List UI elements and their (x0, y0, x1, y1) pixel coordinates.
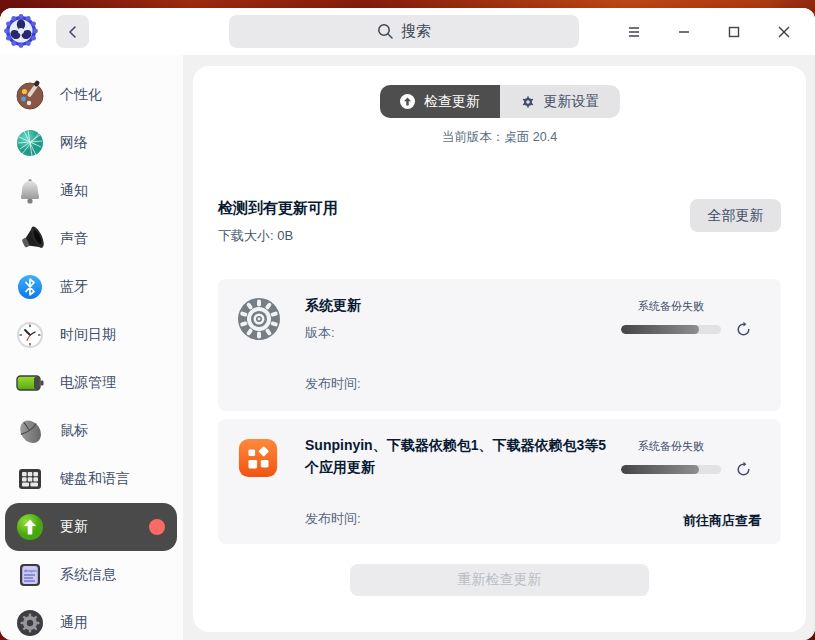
content-area: 检查更新 (183, 55, 815, 640)
svg-text:deepin: deepin (24, 568, 37, 573)
sidebar-item-label: 鼠标 (60, 422, 88, 440)
sidebar-item-label: 电源管理 (60, 374, 116, 392)
system-update-gear-icon (237, 297, 281, 397)
tab-label: 更新设置 (544, 93, 600, 111)
update-release-label: 发布时间: (305, 375, 609, 393)
search-icon (377, 23, 394, 40)
app-store-icon (237, 437, 281, 530)
control-center-window: 搜索 (0, 8, 815, 640)
update-item-system[interactable]: 系统更新 版本: 发布时间: 系统备份失败 (218, 279, 781, 411)
segmented-tabs: 检查更新 (380, 85, 620, 118)
retry-icon (735, 321, 752, 338)
control-center-logo-icon (3, 13, 39, 49)
minimize-icon (677, 25, 691, 39)
sidebar-item-label: 蓝牙 (60, 278, 88, 296)
update-release-label: 发布时间: (305, 510, 609, 528)
sidebar-item-label: 网络 (60, 134, 88, 152)
update-list: 系统更新 版本: 发布时间: 系统备份失败 (218, 279, 781, 544)
titlebar: 搜索 (0, 8, 815, 55)
search-placeholder: 搜索 (401, 22, 431, 41)
current-version-text: 当前版本：桌面 20.4 (442, 129, 557, 146)
update-all-button[interactable]: 全部更新 (690, 199, 781, 232)
speaker-icon (14, 223, 46, 255)
chevron-left-icon (66, 25, 80, 39)
sidebar-item-sound[interactable]: 声音 (5, 215, 177, 263)
sidebar-item-bluetooth[interactable]: 蓝牙 (5, 263, 177, 311)
update-panel: 检查更新 (193, 66, 806, 632)
sidebar-item-updates[interactable]: 更新 (5, 503, 177, 551)
sidebar-item-label: 更新 (60, 518, 88, 536)
sidebar-item-label: 通知 (60, 182, 88, 200)
maximize-button[interactable] (709, 8, 759, 55)
backup-status-text: 系统备份失败 (621, 439, 721, 454)
update-title: Sunpinyin、下载器依赖包1、下载器依赖包3等5个应用更新 (305, 435, 609, 478)
tab-check-updates[interactable]: 检查更新 (380, 85, 500, 118)
minimize-button[interactable] (659, 8, 709, 55)
clock-icon (14, 319, 46, 351)
progress-bar (621, 465, 721, 474)
retry-icon (735, 461, 752, 478)
sidebar-item-general[interactable]: 通用 (5, 599, 177, 640)
sidebar-item-system-info[interactable]: deepin 系统信息 (5, 551, 177, 599)
retry-backup-button[interactable] (735, 461, 752, 478)
sidebar-item-mouse[interactable]: 鼠标 (5, 407, 177, 455)
network-globe-icon (14, 127, 46, 159)
update-version-label: 版本: (305, 324, 609, 342)
tab-update-settings[interactable]: 更新设置 (500, 85, 620, 118)
close-button[interactable] (759, 8, 809, 55)
back-button[interactable] (56, 15, 89, 48)
sidebar-item-label: 个性化 (60, 86, 102, 104)
sidebar-item-label: 声音 (60, 230, 88, 248)
maximize-icon (727, 25, 741, 39)
gear-icon (14, 607, 46, 639)
search-input[interactable]: 搜索 (229, 15, 579, 48)
system-info-icon: deepin (14, 559, 46, 591)
hamburger-menu-icon (626, 25, 642, 39)
updates-available-title: 检测到有更新可用 (218, 199, 338, 218)
sidebar-item-keyboard[interactable]: 键盘和语言 (5, 455, 177, 503)
sidebar-item-personalization[interactable]: 个性化 (5, 71, 177, 119)
sidebar: 个性化 网络 (0, 55, 183, 640)
bluetooth-icon (14, 271, 46, 303)
check-update-icon (399, 93, 416, 110)
palette-icon (14, 79, 46, 111)
menu-button[interactable] (609, 8, 659, 55)
update-item-apps[interactable]: Sunpinyin、下载器依赖包1、下载器依赖包3等5个应用更新 发布时间: 系… (218, 419, 781, 544)
sidebar-item-label: 时间日期 (60, 326, 116, 344)
sidebar-item-label: 键盘和语言 (60, 470, 130, 488)
tab-label: 检查更新 (424, 93, 480, 111)
recheck-updates-button[interactable]: 重新检查更新 (350, 564, 649, 596)
update-badge (149, 519, 165, 535)
progress-fill (621, 465, 699, 474)
sidebar-item-notification[interactable]: 通知 (5, 167, 177, 215)
backup-status-text: 系统备份失败 (621, 299, 721, 314)
settings-gear-icon (520, 94, 536, 110)
progress-fill (621, 325, 699, 334)
bell-icon (14, 175, 46, 207)
go-to-store-link[interactable]: 前往商店查看 (683, 512, 761, 530)
download-size-text: 下载大小: 0B (218, 227, 338, 245)
sidebar-item-power[interactable]: 电源管理 (5, 359, 177, 407)
update-arrow-icon (14, 511, 46, 543)
close-icon (777, 25, 791, 39)
mouse-icon (14, 415, 46, 447)
sidebar-item-label: 系统信息 (60, 566, 116, 584)
sidebar-item-label: 通用 (60, 614, 88, 632)
sidebar-item-datetime[interactable]: 时间日期 (5, 311, 177, 359)
retry-backup-button[interactable] (735, 321, 752, 338)
keyboard-icon (14, 463, 46, 495)
progress-bar (621, 325, 721, 334)
sidebar-item-network[interactable]: 网络 (5, 119, 177, 167)
update-header: 检测到有更新可用 下载大小: 0B 全部更新 (218, 199, 781, 245)
window-controls (609, 8, 809, 55)
battery-icon (14, 367, 46, 399)
update-title: 系统更新 (305, 295, 609, 317)
desktop-wallpaper: 搜索 (0, 0, 815, 640)
